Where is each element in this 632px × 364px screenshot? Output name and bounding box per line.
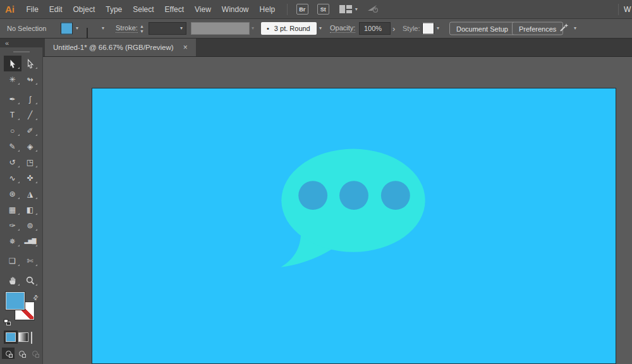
pen-tool[interactable]: ✒ xyxy=(4,91,21,107)
menu-type[interactable]: Type xyxy=(100,5,128,14)
slice-tool[interactable]: ✄ xyxy=(21,253,39,269)
column-graph-tool[interactable]: ▂▅▇ xyxy=(21,233,39,249)
brush-definition-dropdown[interactable]: • 3 pt. Round xyxy=(261,22,317,35)
style-swatch[interactable] xyxy=(422,23,434,35)
lasso-tool[interactable]: ↬ xyxy=(21,71,39,87)
brush-dot-icon: • xyxy=(267,25,269,32)
lasso-icon: ↬ xyxy=(27,76,33,83)
chevron-down-icon[interactable]: ▾ xyxy=(319,26,322,31)
default-fill-stroke-icon[interactable] xyxy=(4,319,12,327)
menu-help[interactable]: Help xyxy=(254,5,281,14)
magic-wand-tool[interactable]: ✳ xyxy=(4,71,21,87)
eyedropper-icon: ✑ xyxy=(9,222,15,229)
selection-tool[interactable] xyxy=(4,56,21,71)
draw-normal-button[interactable] xyxy=(2,348,15,359)
line-segment-icon: ╱ xyxy=(28,111,32,119)
close-icon[interactable]: × xyxy=(183,44,188,51)
hand-tool[interactable] xyxy=(4,272,21,288)
rotate-icon: ↺ xyxy=(9,159,15,166)
menu-object[interactable]: Object xyxy=(68,5,100,14)
puppet-warp-tool[interactable]: ✜ xyxy=(21,170,39,186)
direct-selection-tool[interactable] xyxy=(21,56,39,71)
fill-proxy-swatch[interactable] xyxy=(6,292,25,310)
opacity-label[interactable]: Opacity: xyxy=(330,24,355,33)
line-segment-tool[interactable]: ╱ xyxy=(21,107,39,123)
swap-fill-stroke-icon[interactable]: ⇄ xyxy=(31,293,40,302)
stroke-weight-dropdown[interactable]: ▾ xyxy=(149,22,186,35)
fill-color-swatch[interactable] xyxy=(61,23,73,35)
style-label: Style: xyxy=(403,25,420,32)
opacity-more-icon[interactable]: › xyxy=(392,25,395,33)
shape-builder-tool[interactable]: ⊛ xyxy=(4,186,21,202)
menu-select[interactable]: Select xyxy=(128,5,159,14)
none-mode-button[interactable] xyxy=(31,332,32,344)
document-setup-button[interactable]: Document Setup xyxy=(449,22,515,35)
artboard[interactable] xyxy=(92,88,616,364)
stroke-weight-label[interactable]: Stroke: xyxy=(116,24,138,33)
eraser-tool[interactable]: ◈ xyxy=(21,138,39,154)
menu-edit[interactable]: Edit xyxy=(44,5,68,14)
artboard-tool[interactable]: ❏ xyxy=(4,253,21,269)
stroke-weight-stepper[interactable]: ▲▼ xyxy=(140,24,144,33)
panel-grip-handle[interactable] xyxy=(13,51,30,52)
paintbrush-tool[interactable]: ✐ xyxy=(21,123,39,138)
blend-icon: ⊚ xyxy=(27,222,33,229)
tools-panel: ✳ ↬ ✒ ʃ T ╱ ○ ✐ ✎ ◈ ↺ ◳ ∿ ✜ ⊛ ◮ ▦ ◧ ✑ ⊚ … xyxy=(0,47,43,364)
gradient-mode-button[interactable] xyxy=(18,332,28,342)
canvas-pasteboard[interactable] xyxy=(44,57,632,364)
preferences-button[interactable]: Preferences xyxy=(512,22,563,35)
symbol-sprayer-tool[interactable]: ✵ xyxy=(4,233,21,249)
go-to-stock-button[interactable]: St xyxy=(317,4,329,15)
menu-file[interactable]: File xyxy=(21,5,44,14)
chevron-down-icon[interactable]: ▾ xyxy=(102,26,104,31)
chevron-down-icon[interactable]: ▾ xyxy=(574,26,576,31)
chevron-down-icon[interactable]: ▾ xyxy=(355,7,358,12)
menu-window[interactable]: Window xyxy=(216,5,254,14)
bubble-dot-2[interactable] xyxy=(339,181,368,210)
hand-icon xyxy=(8,276,18,286)
gpu-performance-icon[interactable] xyxy=(367,3,379,16)
chevron-down-icon[interactable]: ▾ xyxy=(76,26,78,31)
document-tab-bar: « Untitled-1* @ 66.67% (RGB/Preview) × xyxy=(0,39,632,57)
drawing-modes xyxy=(2,348,41,359)
workspace-switcher[interactable]: W xyxy=(624,5,632,14)
shaper-tool[interactable]: ✎ xyxy=(4,138,21,154)
shape-builder-icon: ⊛ xyxy=(9,190,15,198)
select-similar-icon[interactable] xyxy=(559,22,570,35)
blend-tool[interactable]: ⊚ xyxy=(21,217,39,233)
pencil-icon: ✎ xyxy=(9,143,15,150)
control-bar: No Selection ▾ ▾ Stroke: ▲▼ ▾ ▾ • 3 pt. … xyxy=(0,19,632,39)
chevron-down-icon[interactable]: ▾ xyxy=(437,26,439,31)
rotate-tool[interactable]: ↺ xyxy=(4,154,21,170)
selection-arrow-icon xyxy=(8,59,18,69)
eraser-icon: ◈ xyxy=(27,143,33,150)
menu-bar: Ai File Edit Object Type Select Effect V… xyxy=(0,0,632,19)
artwork-layer[interactable] xyxy=(92,88,616,363)
menu-effect[interactable]: Effect xyxy=(159,5,189,14)
brush-definition-label: 3 pt. Round xyxy=(274,25,310,32)
go-to-bridge-button[interactable]: Br xyxy=(296,4,308,15)
color-mode-button[interactable] xyxy=(6,332,16,342)
mesh-tool[interactable]: ▦ xyxy=(4,202,21,217)
ellipse-tool[interactable]: ○ xyxy=(4,123,21,138)
collapse-panel-icon[interactable]: « xyxy=(5,39,8,47)
type-tool[interactable]: T xyxy=(4,107,21,123)
eyedropper-tool[interactable]: ✑ xyxy=(4,217,21,233)
curvature-tool[interactable]: ʃ xyxy=(21,91,39,107)
opacity-input[interactable]: 100% xyxy=(359,22,391,35)
document-tab[interactable]: Untitled-1* @ 66.67% (RGB/Preview) × xyxy=(45,39,196,56)
draw-inside-button xyxy=(28,348,41,359)
bubble-dot-3[interactable] xyxy=(381,181,410,210)
fill-stroke-controls: ⇄ xyxy=(0,292,42,364)
scale-tool[interactable]: ◳ xyxy=(21,154,39,170)
gradient-tool[interactable]: ◧ xyxy=(21,202,39,217)
bubble-dot-1[interactable] xyxy=(298,181,327,210)
width-tool[interactable]: ∿ xyxy=(4,170,21,186)
perspective-grid-tool[interactable]: ◮ xyxy=(21,186,39,202)
zoom-tool[interactable] xyxy=(21,272,39,288)
column-graph-icon: ▂▅▇ xyxy=(25,238,36,244)
chevron-down-icon: ▾ xyxy=(252,26,254,31)
draw-behind-button[interactable] xyxy=(15,348,28,359)
arrange-documents-icon[interactable] xyxy=(339,5,352,13)
menu-view[interactable]: View xyxy=(190,5,217,14)
